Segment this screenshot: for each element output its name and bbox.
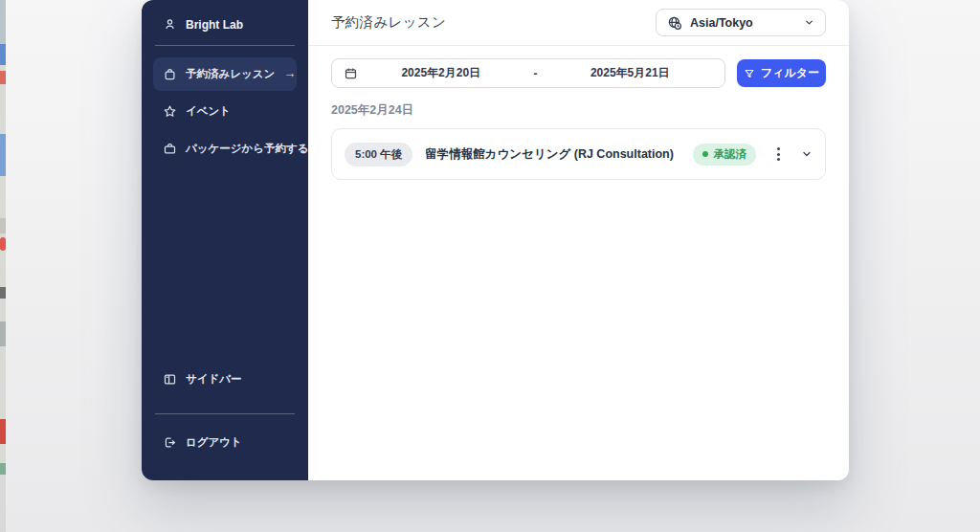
sidebar-item-label: イベント <box>186 105 231 118</box>
timezone-value: Asia/Tokyo <box>690 16 753 30</box>
status-dot-icon <box>702 151 708 157</box>
expand-chevron-icon[interactable] <box>801 148 813 160</box>
main-content: 2025年2月20日 - 2025年5月21日 フィルター 2025年2月24日… <box>308 46 849 192</box>
main-panel: 予約済みレッスン Asia/Tokyo <box>308 0 849 480</box>
status-label: 承認済 <box>714 147 747 162</box>
lesson-row-actions: 承認済 <box>693 144 813 166</box>
date-range-start: 2025年2月20日 <box>358 65 524 81</box>
sidebar-layout-icon <box>163 372 177 387</box>
app-window: Bright Lab 予約済みレッスン → イベント パッケージから予約する <box>142 0 849 480</box>
timezone-select[interactable]: Asia/Tokyo <box>656 9 826 36</box>
briefcase-icon <box>163 142 177 156</box>
logout-icon <box>163 435 177 450</box>
brand-label: Bright Lab <box>186 18 243 32</box>
globe-clock-icon <box>667 15 682 31</box>
sidebar-item-logout[interactable]: ログアウト <box>153 426 297 459</box>
star-icon <box>163 104 177 119</box>
page-title: 予約済みレッスン <box>331 13 446 32</box>
sidebar-item-events[interactable]: イベント <box>153 95 297 128</box>
lesson-row[interactable]: 5:00 午後 留学情報館カウンセリング (RJ Consultation) 承… <box>331 128 826 180</box>
brand: Bright Lab <box>153 11 297 41</box>
sidebar-item-booked-lessons[interactable]: 予約済みレッスン → <box>153 57 297 91</box>
user-icon <box>163 17 177 32</box>
status-badge: 承認済 <box>693 144 757 166</box>
sidebar-divider <box>155 413 295 414</box>
sidebar-item-label: 予約済みレッスン <box>186 68 275 80</box>
sidebar-spacer <box>153 169 297 363</box>
lesson-time-pill: 5:00 午後 <box>345 143 412 166</box>
lesson-title: 留学情報館カウンセリング (RJ Consultation) <box>425 146 674 163</box>
background-page-sliver <box>0 0 6 532</box>
funnel-icon <box>744 68 755 79</box>
sidebar-item-label: ログアウト <box>186 436 242 449</box>
toolbar: 2025年2月20日 - 2025年5月21日 フィルター <box>331 58 826 88</box>
main-header: 予約済みレッスン Asia/Tokyo <box>308 0 849 46</box>
chevron-down-icon <box>804 17 814 28</box>
date-range-separator: - <box>524 67 547 80</box>
lesson-group-date: 2025年2月24日 <box>331 102 826 119</box>
date-range-picker[interactable]: 2025年2月20日 - 2025年5月21日 <box>331 58 725 88</box>
kebab-menu-icon[interactable] <box>772 144 785 164</box>
sidebar: Bright Lab 予約済みレッスン → イベント パッケージから予約する <box>142 0 308 480</box>
filter-button[interactable]: フィルター <box>737 59 826 87</box>
sidebar-item-label: サイドバー <box>186 373 242 386</box>
sidebar-item-toggle-sidebar[interactable]: サイドバー <box>153 363 297 396</box>
sidebar-item-book-from-package[interactable]: パッケージから予約する <box>153 132 297 166</box>
filter-button-label: フィルター <box>761 65 819 81</box>
date-range-end: 2025年5月21日 <box>547 65 714 81</box>
calendar-icon <box>344 66 358 80</box>
sidebar-divider <box>155 45 295 46</box>
arrow-right-icon: → <box>283 67 296 80</box>
bag-icon <box>163 67 177 81</box>
sidebar-item-label: パッケージから予約する <box>186 143 309 155</box>
